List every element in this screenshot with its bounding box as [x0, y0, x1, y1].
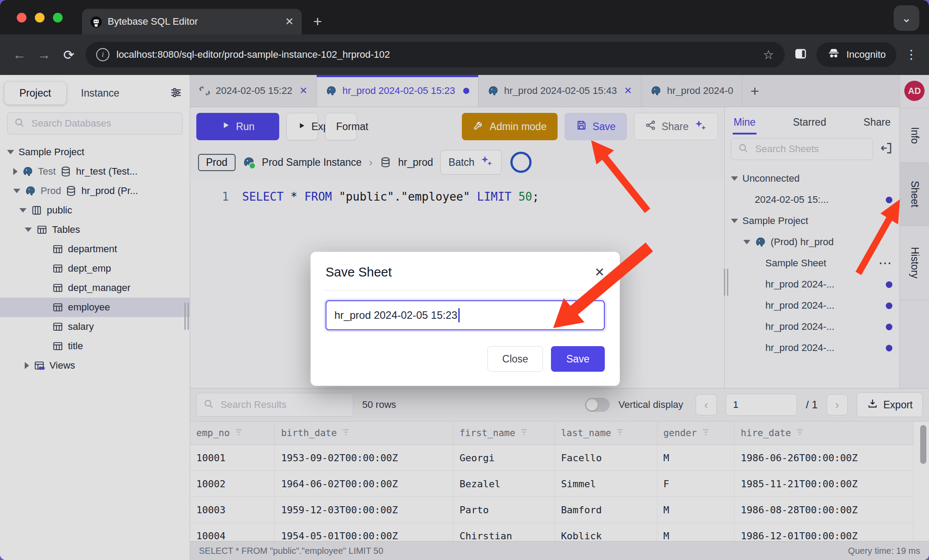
caret-down-icon[interactable] — [25, 228, 32, 232]
sheet-item[interactable]: hr_prod 2024-... — [725, 274, 899, 295]
admin-mode-button[interactable]: Admin mode — [462, 113, 558, 140]
column-header[interactable]: hire_date — [734, 422, 914, 445]
table-row[interactable]: 100041954-05-01T00:00:00ZChirstianKoblic… — [190, 523, 914, 541]
address-bar[interactable]: i localhost:8080/sql-editor/prod-sample-… — [86, 42, 785, 67]
reload-icon[interactable]: ⟳ — [61, 47, 77, 63]
sheet-item[interactable]: hr_prod 2024-... — [725, 316, 899, 337]
tree-item[interactable]: dept_emp — [0, 259, 190, 278]
tree-item[interactable]: Prodhr_prod (Pr... — [0, 181, 190, 201]
sort-icon[interactable] — [520, 427, 529, 439]
export-button[interactable]: Export — [857, 392, 923, 417]
side-tab-info[interactable]: Info — [900, 108, 929, 163]
close-window-button[interactable] — [17, 13, 26, 22]
sheet-tab-mine[interactable]: Mine — [733, 112, 757, 134]
tree-item[interactable]: title — [0, 336, 190, 356]
caret-down-icon[interactable] — [19, 208, 26, 213]
save-sheet-toolbar-button[interactable]: Save — [565, 113, 626, 140]
tab-project[interactable]: Project — [4, 82, 66, 105]
table-row[interactable]: 100031959-12-03T00:00:00ZPartoBamfordM19… — [190, 497, 914, 523]
dialog-save-button[interactable]: Save — [551, 346, 605, 372]
filter-sliders-icon[interactable] — [169, 86, 183, 101]
caret-down-icon[interactable] — [731, 176, 738, 181]
caret-down-icon[interactable] — [743, 240, 750, 244]
browser-tab[interactable]: Bytebase SQL Editor ✕ — [82, 9, 302, 34]
database-search[interactable] — [7, 112, 183, 134]
database-name[interactable]: hr_prod — [398, 157, 433, 168]
sheet-item[interactable]: 2024-02-05 15:... — [725, 189, 899, 210]
collapse-panel-icon[interactable] — [879, 141, 893, 157]
site-info-icon[interactable]: i — [96, 48, 109, 61]
tree-item[interactable]: Tables — [0, 220, 190, 239]
tree-item[interactable]: employee — [0, 298, 190, 317]
sort-icon[interactable] — [341, 427, 351, 439]
sheet-item[interactable]: hr_prod 2024-... — [725, 295, 899, 316]
editor-tab[interactable]: hr_prod 2024-02-05 15:43✕ — [479, 75, 641, 107]
chrome-menu-icon[interactable]: ⋮ — [905, 52, 918, 58]
results-search[interactable] — [196, 393, 353, 417]
editor-tab[interactable]: 2024-02-05 15:22✕ — [190, 75, 317, 107]
table-row[interactable]: 100021964-06-02T00:00:00ZBezalelSimmelF1… — [190, 471, 914, 497]
maximize-window-button[interactable] — [53, 13, 63, 22]
panel-resize-handle[interactable] — [724, 269, 728, 296]
sheet-search[interactable] — [731, 138, 873, 160]
tab-instance[interactable]: Instance — [66, 82, 135, 105]
sort-icon[interactable] — [615, 427, 625, 439]
tab-close-icon[interactable]: ✕ — [300, 85, 307, 97]
dialog-close-button[interactable]: Close — [487, 346, 543, 372]
format-button[interactable]: Format — [325, 113, 357, 140]
database-search-input[interactable] — [30, 117, 176, 130]
forward-icon[interactable]: → — [36, 47, 52, 62]
prev-page-button[interactable]: ‹ — [696, 394, 717, 415]
tree-item[interactable]: dept_manager — [0, 278, 190, 298]
vertical-display-toggle[interactable] — [585, 398, 610, 412]
new-tab-button[interactable]: + — [313, 13, 322, 30]
dialog-close-icon[interactable]: ✕ — [595, 265, 605, 280]
bookmark-star-icon[interactable]: ☆ — [763, 48, 774, 62]
tab-search-button[interactable]: ⌄ — [894, 5, 919, 31]
back-icon[interactable]: ← — [11, 47, 27, 62]
sort-icon[interactable] — [795, 427, 805, 439]
next-page-button[interactable]: › — [827, 394, 848, 415]
column-header[interactable]: last_name — [554, 422, 657, 445]
sort-icon[interactable] — [701, 427, 711, 439]
editor-tab[interactable]: hr_prod 2024-02-05 15:23 — [317, 75, 479, 107]
share-button[interactable]: Share — [634, 113, 718, 140]
tree-item[interactable]: department — [0, 239, 190, 259]
column-header[interactable]: first_name — [453, 422, 554, 445]
sheet-item[interactable]: Unconnected — [725, 168, 899, 189]
table-row[interactable]: 100011953-09-02T00:00:00ZGeorgiFacelloM1… — [190, 445, 914, 471]
avatar[interactable]: AD — [904, 81, 925, 101]
minimize-window-button[interactable] — [35, 13, 45, 22]
tree-item[interactable]: Views — [0, 356, 190, 375]
assistant-circle-icon[interactable] — [510, 152, 532, 173]
tree-item[interactable]: public — [0, 201, 190, 220]
item-menu-icon[interactable]: ··· — [879, 257, 892, 269]
column-header[interactable]: birth_date — [275, 422, 453, 445]
instance-name[interactable]: Prod Sample Instance — [262, 157, 362, 168]
tree-item[interactable]: salary — [0, 317, 190, 336]
batch-button[interactable]: Batch — [440, 150, 502, 175]
tab-close-icon[interactable]: ✕ — [624, 85, 632, 97]
caret-down-icon[interactable] — [731, 219, 738, 223]
sheet-name-input[interactable]: hr_prod 2024-02-05 15:23 — [326, 300, 605, 330]
column-header[interactable]: gender — [657, 422, 734, 445]
tree-item[interactable]: Testhr_test (Test... — [0, 162, 190, 181]
sheet-tab-starred[interactable]: Starred — [792, 112, 827, 134]
column-header[interactable]: emp_no — [190, 422, 275, 445]
side-panel-icon[interactable] — [794, 47, 808, 63]
sheet-tab-share[interactable]: Share — [863, 112, 892, 134]
page-input[interactable] — [726, 394, 797, 416]
editor-tab[interactable]: hr_prod 2024-0 — [641, 75, 742, 107]
sheet-item[interactable]: hr_prod 2024-... — [725, 337, 899, 358]
caret-right-icon[interactable] — [25, 362, 29, 369]
side-tab-history[interactable]: History — [900, 226, 929, 300]
caret-down-icon[interactable] — [13, 189, 20, 193]
sheet-item[interactable]: Sample Project — [725, 210, 899, 231]
sort-icon[interactable] — [234, 427, 244, 439]
caret-down-icon[interactable] — [7, 150, 14, 154]
caret-right-icon[interactable] — [13, 168, 18, 175]
tree-item[interactable]: Sample Project — [0, 142, 190, 162]
run-button[interactable]: Run — [196, 113, 279, 140]
table-scrollbar[interactable] — [920, 425, 926, 464]
explain-button[interactable]: Explain — [286, 113, 318, 140]
